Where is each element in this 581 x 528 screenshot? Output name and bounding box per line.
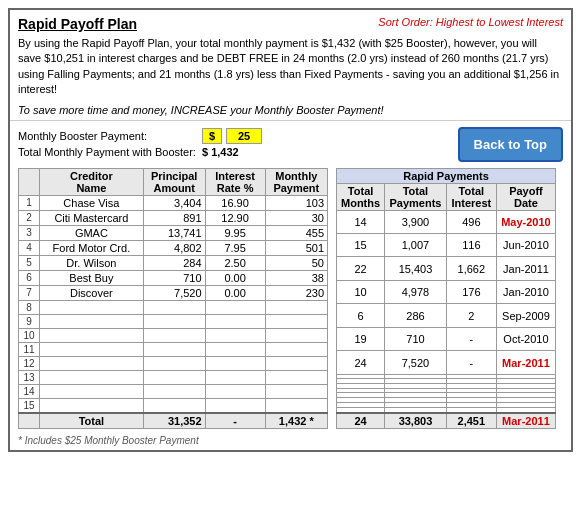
right-total-interest: 2,451: [446, 413, 496, 429]
empty-row: 10: [19, 328, 328, 342]
row-num: 6: [19, 270, 40, 285]
col-header-num: [19, 168, 40, 195]
months: 15: [337, 234, 385, 257]
right-table-row: 24 7,520 - Mar-2011: [337, 351, 556, 374]
payments: 7,520: [385, 351, 447, 374]
total-rate: -: [205, 413, 265, 429]
empty-principal: [143, 314, 205, 328]
row-num: 5: [19, 255, 40, 270]
row-num: 3: [19, 225, 40, 240]
creditor-name: Ford Motor Crd.: [39, 240, 143, 255]
empty-principal: [143, 370, 205, 384]
tinterest: 176: [446, 280, 496, 303]
left-total-row: Total 31,352 - 1,432 *: [19, 413, 328, 429]
row-num: 7: [19, 285, 40, 300]
payoff: Oct-2010: [496, 327, 555, 350]
months: 14: [337, 210, 385, 233]
right-table-row: 6 286 2 Sep-2009: [337, 304, 556, 327]
left-table: CreditorName PrincipalAmount InterestRat…: [18, 168, 328, 429]
rapid-payments-header: Rapid Payments: [337, 168, 556, 183]
empty-creditor: [39, 370, 143, 384]
sort-order: Sort Order: Highest to Lowest Interest: [378, 16, 563, 28]
table-row: 1 Chase Visa 3,404 16.90 103: [19, 195, 328, 210]
empty-num: 14: [19, 384, 40, 398]
empty-rate: [205, 300, 265, 314]
empty-principal: [143, 342, 205, 356]
row-num: 1: [19, 195, 40, 210]
right-table: Rapid Payments TotalMonths TotalPayments…: [336, 168, 556, 429]
empty-principal: [143, 328, 205, 342]
empty-monthly: [265, 356, 327, 370]
monthly: 50: [265, 255, 327, 270]
payments: 4,978: [385, 280, 447, 303]
table-row: 3 GMAC 13,741 9.95 455: [19, 225, 328, 240]
col-header-payments: TotalPayments: [385, 183, 447, 210]
payments: 15,403: [385, 257, 447, 280]
tables-section: CreditorName PrincipalAmount InterestRat…: [10, 168, 571, 433]
monthly: 455: [265, 225, 327, 240]
payoff: Sep-2009: [496, 304, 555, 327]
payments: 710: [385, 327, 447, 350]
monthly: 103: [265, 195, 327, 210]
tinterest: -: [446, 351, 496, 374]
table-row: 4 Ford Motor Crd. 4,802 7.95 501: [19, 240, 328, 255]
payoff: Jun-2010: [496, 234, 555, 257]
tinterest: 2: [446, 304, 496, 327]
right-total-row: 24 33,803 2,451 Mar-2011: [337, 413, 556, 429]
empty-rate: [205, 384, 265, 398]
col-header-tinterest: TotalInterest: [446, 183, 496, 210]
empty-rate: [205, 328, 265, 342]
creditor-name: Citi Mastercard: [39, 210, 143, 225]
empty-num: 13: [19, 370, 40, 384]
right-table-row: 14 3,900 496 May-2010: [337, 210, 556, 233]
payments: 3,900: [385, 210, 447, 233]
header-section: Rapid Payoff Plan Sort Order: Highest to…: [10, 10, 571, 121]
empty-creditor: [39, 328, 143, 342]
empty-num: 11: [19, 342, 40, 356]
booster-label: Monthly Booster Payment:: [18, 130, 198, 142]
booster-inputs: Monthly Booster Payment: $ 25 Total Mont…: [18, 128, 442, 160]
empty-num: 9: [19, 314, 40, 328]
empty-row: 11: [19, 342, 328, 356]
rate: 0.00: [205, 270, 265, 285]
rate: 16.90: [205, 195, 265, 210]
empty-creditor: [39, 300, 143, 314]
empty-rate: [205, 342, 265, 356]
row-num: 2: [19, 210, 40, 225]
empty-monthly: [265, 328, 327, 342]
payoff: Jan-2011: [496, 257, 555, 280]
empty-rate: [205, 370, 265, 384]
empty-num: 15: [19, 398, 40, 413]
months: 6: [337, 304, 385, 327]
right-table-row: 10 4,978 176 Jan-2010: [337, 280, 556, 303]
total-principal: 31,352: [143, 413, 205, 429]
payoff: Mar-2011: [496, 351, 555, 374]
col-header-interest: InterestRate %: [205, 168, 265, 195]
empty-row: 9: [19, 314, 328, 328]
monthly: 38: [265, 270, 327, 285]
creditor-name: Discover: [39, 285, 143, 300]
payoff: May-2010: [496, 210, 555, 233]
payments: 286: [385, 304, 447, 327]
booster-value[interactable]: 25: [226, 128, 262, 144]
empty-creditor: [39, 356, 143, 370]
controls-section: Monthly Booster Payment: $ 25 Total Mont…: [10, 121, 571, 168]
creditor-name: Chase Visa: [39, 195, 143, 210]
principal: 3,404: [143, 195, 205, 210]
monthly: 30: [265, 210, 327, 225]
empty-row: 13: [19, 370, 328, 384]
months: 19: [337, 327, 385, 350]
empty-num: 10: [19, 328, 40, 342]
empty-monthly: [265, 370, 327, 384]
empty-creditor: [39, 398, 143, 413]
rate: 9.95: [205, 225, 265, 240]
rate: 2.50: [205, 255, 265, 270]
right-total-payoff: Mar-2011: [496, 413, 555, 429]
empty-rate: [205, 356, 265, 370]
creditor-name: GMAC: [39, 225, 143, 240]
principal: 284: [143, 255, 205, 270]
back-to-top-button[interactable]: Back to Top: [458, 127, 563, 162]
right-table-row: 15 1,007 116 Jun-2010: [337, 234, 556, 257]
rate: 7.95: [205, 240, 265, 255]
empty-principal: [143, 356, 205, 370]
